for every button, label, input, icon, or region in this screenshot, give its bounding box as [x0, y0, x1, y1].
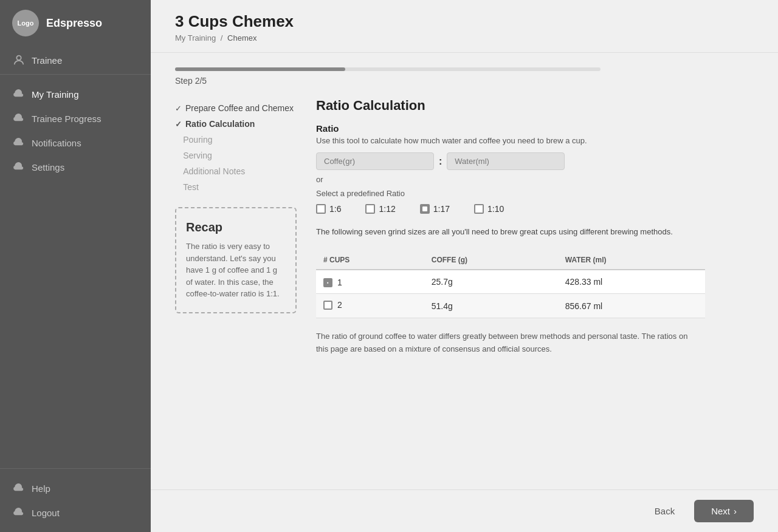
two-column-layout: ✓ Prepare Coffee and Chemex ✓ Ratio Calc… — [175, 98, 754, 475]
section-title: Ratio Calculation — [316, 98, 754, 114]
svg-point-0 — [16, 56, 21, 60]
row2-checkbox — [323, 301, 332, 310]
col-cups: # CUPS — [316, 251, 424, 270]
next-button[interactable]: Next › — [694, 500, 754, 522]
spacer-pouring — [175, 135, 179, 145]
row2-water: 856.67 ml — [558, 294, 705, 318]
radio-options: 1:6 1:12 1:17 1:10 — [316, 204, 754, 214]
step-item-serving: Serving — [175, 148, 297, 163]
water-input[interactable] — [447, 152, 565, 170]
sidebar-item-logout[interactable]: Logout — [0, 500, 151, 525]
step-name-ratio: Ratio Calculation — [185, 119, 255, 129]
row1-checkbox-area[interactable]: 1 — [323, 278, 342, 287]
ratio-label-1-12: 1:12 — [379, 204, 395, 214]
row1-water: 428.33 ml — [558, 270, 705, 294]
ratio-inputs: : — [316, 152, 754, 170]
spacer-additional — [175, 167, 179, 176]
step-name-test: Test — [183, 182, 199, 192]
ratio-option-1-17[interactable]: 1:17 — [420, 204, 450, 214]
user-profile: Trainee — [0, 46, 151, 75]
row1-checkbox — [323, 278, 332, 287]
progress-section: Step 2/5 — [175, 67, 754, 86]
ratio-label-1-6: 1:6 — [329, 204, 341, 214]
coffee-input[interactable] — [316, 152, 434, 170]
footer-text: The ratio of ground coffee to water diff… — [316, 330, 693, 356]
sidebar-item-help[interactable]: Help — [0, 476, 151, 500]
ratio-colon: : — [439, 156, 442, 167]
sidebar-item-my-training[interactable]: My Training — [0, 82, 151, 106]
cloud-icon-my-training — [12, 88, 24, 100]
step-item-test: Test — [175, 179, 297, 195]
ratio-label-1-10: 1:10 — [487, 204, 504, 214]
row2-checkbox-area[interactable]: 2 — [323, 300, 342, 310]
back-button[interactable]: Back — [645, 500, 684, 522]
or-text: or — [316, 175, 754, 184]
grind-desc: The following seven grind sizes are all … — [316, 226, 693, 239]
check-icon-ratio: ✓ — [175, 120, 182, 129]
sidebar-label-logout: Logout — [32, 508, 60, 518]
check-icon-prepare: ✓ — [175, 104, 182, 113]
col-water: WATER (ml) — [558, 251, 705, 270]
radio-box-1-12 — [365, 204, 375, 214]
bottom-bar: Back Next › — [151, 489, 778, 532]
content-area: Step 2/5 ✓ Prepare Coffee and Chemex ✓ R… — [151, 53, 778, 489]
col-coffee: COFFE (g) — [424, 251, 558, 270]
table-row-2: 2 51.4g 856.67 ml — [316, 294, 705, 318]
table-row-1: 1 25.7g 428.33 ml — [316, 270, 705, 294]
step-item-additional: Additional Notes — [175, 163, 297, 179]
sidebar-item-settings[interactable]: Settings — [0, 155, 151, 179]
row1-coffee: 25.7g — [424, 270, 558, 294]
cloud-icon-notifications — [12, 137, 24, 149]
username-label: Trainee — [32, 55, 62, 66]
ratio-option-1-12[interactable]: 1:12 — [365, 204, 395, 214]
cloud-icon-trainee-progress — [12, 112, 24, 124]
logo-area: Logo Edspresso — [0, 0, 151, 46]
sidebar-item-notifications[interactable]: Notifications — [0, 131, 151, 155]
main-content: 3 Cups Chemex My Training / Chemex Step … — [151, 0, 778, 532]
breadcrumb: My Training / Chemex — [175, 33, 754, 43]
logo-icon: Logo — [12, 10, 39, 36]
ratio-option-1-6[interactable]: 1:6 — [316, 204, 341, 214]
progress-bar-inner — [175, 67, 345, 71]
sidebar-item-trainee-progress[interactable]: Trainee Progress — [0, 106, 151, 131]
step-item-prepare: ✓ Prepare Coffee and Chemex — [175, 100, 297, 116]
cups-table: # CUPS COFFE (g) WATER (ml) 1 — [316, 251, 705, 318]
predefined-label: Select a predefined Ratio — [316, 189, 754, 198]
row2-cups: 2 — [316, 294, 424, 318]
radio-box-1-10 — [474, 204, 484, 214]
sidebar-label-trainee-progress: Trainee Progress — [32, 114, 102, 124]
cloud-icon-help — [12, 482, 24, 494]
next-label: Next — [711, 506, 730, 516]
recap-text: The ratio is very easy to understand. Le… — [186, 240, 286, 300]
step-item-ratio: ✓ Ratio Calculation — [175, 116, 297, 132]
step-label: Step 2/5 — [175, 76, 754, 86]
sidebar-bottom: Help Logout — [0, 468, 151, 532]
step-item-pouring: Pouring — [175, 132, 297, 148]
right-content: Ratio Calculation Ratio Use this tool to… — [316, 98, 754, 475]
cloud-icon-settings — [12, 161, 24, 173]
next-arrow-icon: › — [734, 506, 737, 516]
sidebar-nav: My Training Trainee Progress Notificatio… — [0, 75, 151, 468]
sidebar-label-notifications: Notifications — [32, 138, 81, 148]
user-icon — [12, 53, 26, 67]
row2-coffee: 51.4g — [424, 294, 558, 318]
ratio-option-1-10[interactable]: 1:10 — [474, 204, 504, 214]
step-name-additional: Additional Notes — [183, 166, 245, 176]
step-name-prepare: Prepare Coffee and Chemex — [185, 103, 294, 113]
sidebar: Logo Edspresso Trainee My Training Train… — [0, 0, 151, 532]
recap-box: Recap The ratio is very easy to understa… — [175, 207, 297, 313]
recap-title: Recap — [186, 220, 286, 234]
sidebar-label-my-training: My Training — [32, 89, 79, 100]
breadcrumb-current: Chemex — [227, 33, 256, 43]
spacer-serving — [175, 151, 179, 160]
row1-cups: 1 — [316, 270, 424, 294]
page-title: 3 Cups Chemex — [175, 12, 754, 31]
step-name-pouring: Pouring — [183, 135, 212, 145]
ratio-desc: Use this tool to calculate how much wate… — [316, 136, 754, 145]
step-name-serving: Serving — [183, 151, 212, 160]
cloud-icon-logout — [12, 506, 24, 519]
breadcrumb-parent[interactable]: My Training — [175, 33, 216, 43]
ratio-label: Ratio — [316, 123, 754, 134]
radio-box-1-17 — [420, 204, 430, 214]
breadcrumb-separator: / — [221, 33, 223, 43]
